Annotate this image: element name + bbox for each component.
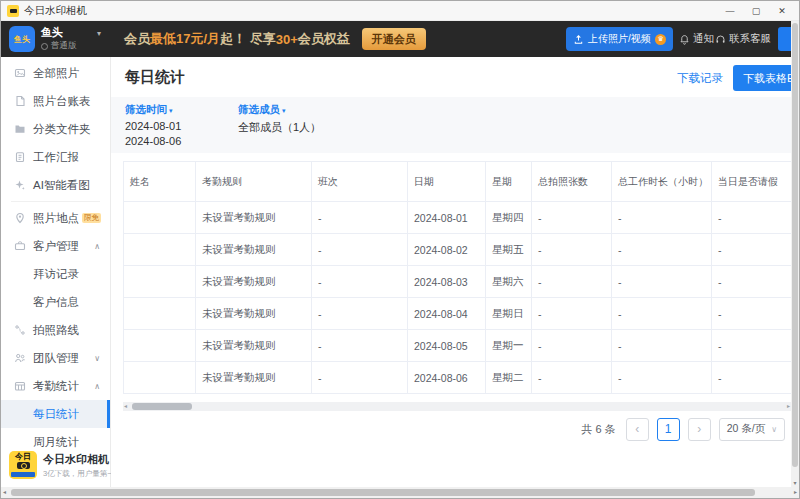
filter-member-dropdown[interactable]: 筛选成员▾ [238,103,321,117]
bell-icon [679,34,690,45]
table-horizontal-scrollbar[interactable]: ◂ ▸ [123,402,791,411]
user-caret-icon[interactable]: ▾ [97,29,101,38]
sidebar-item-label: 客户管理 [33,239,79,254]
sidebar-item-team-management[interactable]: 团队管理 ∨ [1,344,110,372]
sidebar-item-ai-viewer[interactable]: AI智能看图 [1,171,110,199]
page-size-select[interactable]: 20 条/页 ∨ [719,418,785,441]
cell-date: 2024-08-03 [408,266,486,298]
cell-photos: - [532,298,612,330]
cell-leave: - [712,266,792,298]
sidebar-item-daily-stats[interactable]: 每日统计 [1,400,110,428]
support-button[interactable]: 联系客服 [715,21,771,57]
scroll-right-icon[interactable]: ▸ [794,488,797,497]
sidebar-item-label: 团队管理 [33,351,79,366]
minimize-button[interactable]: — [717,1,743,21]
scroll-left-icon[interactable]: ◂ [124,402,127,411]
sidebar-item-photo-route[interactable]: 拍照路线 [1,316,110,344]
page-size-value: 20 条/页 [727,422,766,436]
sidebar-item-customer-management[interactable]: 客户管理 ∧ [1,232,110,260]
filter-date-end: 2024-08-06 [125,135,181,147]
sidebar-item-label: 分类文件夹 [33,122,91,137]
window-title: 今日水印相机 [24,4,87,18]
pagination: 共 6 条 ‹ 1 › 20 条/页 ∨ [581,417,785,441]
cell-hours: - [612,202,712,234]
collapse-up-icon[interactable]: ∧ [94,242,100,251]
sidebar-item-work-report[interactable]: 工作汇报 [1,143,110,171]
filter-member-value: 全部成员（1人） [238,120,321,135]
cell-leave: - [712,234,792,266]
vertical-scrollbar[interactable]: ▾ [791,21,799,489]
sidebar-item-visit-records[interactable]: 拜访记录 [1,260,110,288]
table-row: 未设置考勤规则 - 2024-08-04 星期日 - - - [124,298,792,330]
cell-hours: - [612,234,712,266]
prev-page-button[interactable]: ‹ [626,418,649,441]
current-page-button[interactable]: 1 [657,418,680,441]
table-row: 未设置考勤规则 - 2024-08-02 星期五 - - - [124,234,792,266]
brand-meta: 今日水印相机 3亿下载，用户量第一 [43,452,115,479]
horizontal-scrollbar-thumb[interactable] [11,489,755,496]
cell-weekday: 星期四 [486,202,532,234]
cell-name [124,362,196,394]
notify-label: 通知 [693,32,714,46]
cell-shift: - [312,330,408,362]
sidebar-item-all-photos[interactable]: 全部照片 [1,59,110,87]
download-record-link[interactable]: 下载记录 [677,71,723,86]
cell-date: 2024-08-04 [408,298,486,330]
cell-shift: - [312,266,408,298]
app-brand: 今日 今日水印相机 3亿下载，用户量第一 [9,451,115,479]
ledger-icon [14,95,26,107]
cell-shift: - [312,234,408,266]
cell-weekday: 星期一 [486,330,532,362]
filter-time-dropdown[interactable]: 筛选时间▾ [125,103,181,117]
cell-photos: - [532,330,612,362]
cell-name [124,298,196,330]
window-titlebar: 今日水印相机 — ▢ ✕ [1,1,799,21]
cell-weekday: 星期二 [486,362,532,394]
sidebar-item-label: 拜访记录 [33,267,79,282]
next-page-button[interactable]: › [688,418,711,441]
sidebar-item-customer-info[interactable]: 客户信息 [1,288,110,316]
cell-date: 2024-08-05 [408,330,486,362]
table-scrollbar-thumb[interactable] [132,403,192,410]
table-header-row: 姓名 考勤规则 班次 日期 星期 总拍照张数 总工作时长（小时） 当日是否请假 [124,162,792,202]
maximize-button[interactable]: ▢ [743,1,769,21]
cell-leave: - [712,298,792,330]
col-header-hours: 总工作时长（小时） [612,162,712,202]
camera-icon [17,462,30,469]
sidebar-item-category-folders[interactable]: 分类文件夹 [1,115,110,143]
caret-down-icon: ▾ [169,107,173,114]
close-button[interactable]: ✕ [769,1,795,21]
plan-label: 普通版 [51,40,77,52]
scroll-right-icon[interactable]: ▸ [787,402,790,411]
avatar[interactable]: 鱼头 [9,26,35,52]
sidebar-item-photo-ledger[interactable]: 照片台账表 [1,87,110,115]
expand-down-icon[interactable]: ∨ [94,354,100,363]
notifications-button[interactable]: 通知 [679,21,714,57]
filter-date-start: 2024-08-01 [125,120,181,132]
promo-highlight: 最低17元/月 [150,30,220,48]
customer-icon [14,240,26,252]
brand-tagline: 3亿下载，用户量第一 [43,469,115,479]
table-row: 未设置考勤规则 - 2024-08-05 星期一 - - - [124,330,792,362]
plan-icon [41,43,48,50]
promo-text: 起！ 尽享 [220,30,276,48]
scroll-down-icon[interactable]: ▾ [791,479,799,486]
sidebar-item-photo-location[interactable]: 照片地点 限免 [1,204,110,232]
route-icon [14,324,26,336]
sidebar-item-label: 照片台账表 [33,94,91,109]
horizontal-scrollbar[interactable]: ◂ ▸ [1,487,799,498]
promo-text: 会员 [124,30,150,48]
cell-photos: - [532,234,612,266]
upload-button[interactable]: 上传照片/视频 ♛ [566,27,673,51]
vertical-scrollbar-thumb[interactable] [792,23,798,467]
cell-rule: 未设置考勤规则 [196,202,312,234]
collapse-up-icon[interactable]: ∧ [94,382,100,391]
col-header-rule: 考勤规则 [196,162,312,202]
username: 鱼头 [41,25,63,40]
table-row: 未设置考勤规则 - 2024-08-03 星期六 - - - [124,266,792,298]
sidebar-item-attendance-stats[interactable]: 考勤统计 ∧ [1,372,110,400]
scroll-left-icon[interactable]: ◂ [3,488,6,497]
open-vip-button[interactable]: 开通会员 [362,28,426,50]
download-excel-button[interactable]: 下载表格Excel [733,65,793,91]
col-header-name: 姓名 [124,162,196,202]
